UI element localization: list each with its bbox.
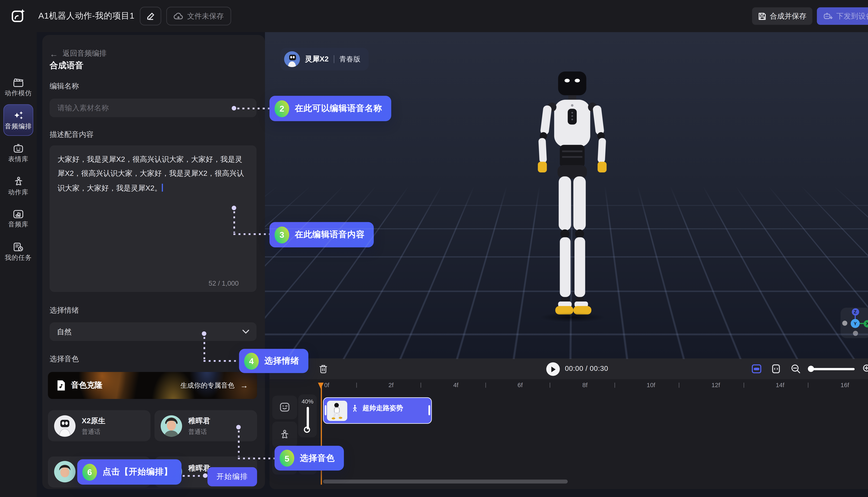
volume-card: 40% [298, 395, 317, 437]
emotion-select[interactable]: 自然 [50, 323, 256, 341]
music-file-icon [57, 380, 66, 390]
clapperboard-icon [13, 78, 24, 87]
zoom-slider-knob[interactable] [808, 366, 814, 372]
ruler-tick [356, 383, 357, 388]
callout-2-text: 在此可以编辑语音名称 [295, 103, 382, 114]
file-unsaved-label: 文件未保存 [187, 11, 224, 21]
robot-face-icon [13, 144, 24, 153]
voice-lang: 普通话 [82, 427, 106, 436]
volume-slider-knob[interactable] [304, 427, 310, 433]
char-counter: 52 / 1,000 [209, 280, 239, 287]
ruler-tick [743, 383, 744, 388]
connector-dash [233, 211, 235, 233]
timeline-ruler[interactable]: 0f 2f 4f 6f 8f 10f 12f 14f 16f [269, 381, 868, 394]
voice-name: 稚晖君 [188, 416, 210, 426]
sidebar-item-audio-lib[interactable]: 音频库 [0, 209, 37, 229]
voice-name: X2原生 [82, 416, 106, 426]
cloud-icon [173, 12, 183, 19]
sidebar-item-audio-arrange[interactable]: 音频编排 [0, 110, 37, 130]
expression-track-card[interactable] [272, 396, 297, 419]
robot-download-icon [823, 12, 832, 20]
avatar [54, 461, 75, 482]
connector-dash [233, 233, 269, 235]
deploy-button[interactable]: 下发到设备 [817, 7, 868, 25]
task-list-icon [13, 242, 24, 252]
axis-gizmo[interactable]: Z Y X [841, 308, 868, 338]
fit-width-icon[interactable] [772, 364, 780, 374]
name-label: 编辑名称 [50, 81, 79, 91]
sidebar-item-label: 音频编排 [0, 122, 37, 131]
clip-thumbnail [327, 401, 347, 421]
panel-title: 合成语音 [50, 60, 84, 71]
timeline-zoom-slider[interactable] [809, 368, 855, 370]
gizmo-y-axis[interactable]: Y [851, 319, 860, 328]
file-unsaved-button[interactable]: 文件未保存 [166, 7, 231, 25]
robot-3d-viewport[interactable]: 灵犀X2 青春版 Z Y X [265, 32, 868, 359]
callout-2-number: 2 [275, 100, 289, 117]
sidebar-item-action-lib[interactable]: 动作库 [0, 176, 37, 196]
save-button[interactable]: 合成并保存 [752, 7, 812, 25]
clone-cta: 生成你的专属音色 [180, 381, 235, 390]
badge-robot-name: 灵犀X2 [305, 54, 328, 64]
text-caret [162, 184, 163, 191]
sidebar-item-expression-lib[interactable]: 表情库 [0, 143, 37, 164]
voice-name: 稚晖君 [188, 463, 210, 473]
zoom-out-icon[interactable] [791, 364, 800, 374]
gizmo-z-axis[interactable]: Z [852, 308, 859, 315]
timeline-clip[interactable]: 超帅走路姿势 [323, 397, 432, 424]
robot-render [527, 71, 617, 320]
sidebar-item-my-tasks[interactable]: 我的任务 [0, 242, 37, 262]
delete-clip-icon[interactable] [319, 365, 327, 374]
chevron-down-icon [242, 330, 249, 334]
pencil-icon [146, 12, 155, 20]
start-arrange-button[interactable]: 开始编排 [208, 467, 257, 486]
callout-4-number: 4 [244, 353, 259, 369]
material-name-input[interactable] [50, 99, 256, 117]
callout-6: 6 点击【开始编排】 [77, 459, 182, 485]
connector-dot [236, 425, 241, 429]
connector-dash [183, 475, 204, 477]
auto-track-icon[interactable] [752, 364, 761, 374]
back-arrow-icon: ← [50, 49, 58, 58]
callout-6-text: 点击【开始编排】 [102, 467, 172, 478]
voice-card-x2[interactable]: X2原生 普通话 [48, 410, 151, 441]
emotion-value: 自然 [57, 327, 71, 337]
back-link[interactable]: ← 返回音频编排 [50, 48, 107, 58]
gizmo-neg-z[interactable] [853, 331, 858, 336]
gizmo-neg-x[interactable] [842, 321, 848, 326]
audio-library-icon [13, 210, 24, 218]
sidebar-item-motion-mimic[interactable]: 动作模仿 [0, 77, 37, 98]
callout-2: 2 在此可以编辑语音名称 [269, 96, 391, 121]
action-track-card[interactable] [272, 422, 297, 448]
play-button[interactable] [546, 362, 560, 376]
gizmo-x-axis[interactable]: X [864, 320, 868, 327]
content-label: 描述配音内容 [50, 130, 94, 140]
sidebar-item-label: 动作模仿 [0, 89, 37, 98]
volume-slider-track[interactable] [307, 407, 309, 429]
nav-sidebar: 动作模仿 音频编排 表情库 动作库 音频库 我的任务 [0, 32, 37, 497]
voice-content-textarea[interactable]: 大家好，我是灵犀X2，很高兴认识大家，大家好，我是灵犀X2，很高兴认识大家，大家… [50, 145, 256, 292]
save-icon [758, 12, 766, 20]
clone-title: 音色克隆 [71, 380, 102, 390]
voice-card-zhihuijun[interactable]: 稚晖君 普通话 [154, 410, 257, 441]
volume-value: 40% [298, 398, 317, 405]
horizontal-scrollbar[interactable] [323, 480, 568, 484]
connector-dot [232, 205, 236, 210]
connector-dash [237, 108, 269, 109]
clip-label: 超帅走路姿势 [363, 403, 403, 413]
sidebar-item-label: 表情库 [0, 155, 37, 164]
edit-title-button[interactable] [140, 7, 161, 25]
voice-clone-banner[interactable]: 音色克隆 生成你的专属音色 → [48, 372, 257, 399]
back-label: 返回音频编排 [62, 48, 107, 58]
ruler-tick [679, 383, 679, 388]
person-icon [13, 176, 23, 186]
clip-trim-right[interactable] [429, 405, 430, 415]
robot-model-badge: 灵犀X2 青春版 [280, 48, 369, 70]
connector-dash [238, 458, 275, 459]
timeline-toolbar: 00:00 / 00:30 [269, 358, 868, 379]
sidebar-item-label: 音频库 [0, 221, 37, 229]
zoom-in-icon[interactable] [863, 364, 868, 374]
avatar [161, 415, 182, 437]
app-logo-icon [10, 7, 27, 24]
clip-trim-left[interactable] [325, 405, 326, 415]
